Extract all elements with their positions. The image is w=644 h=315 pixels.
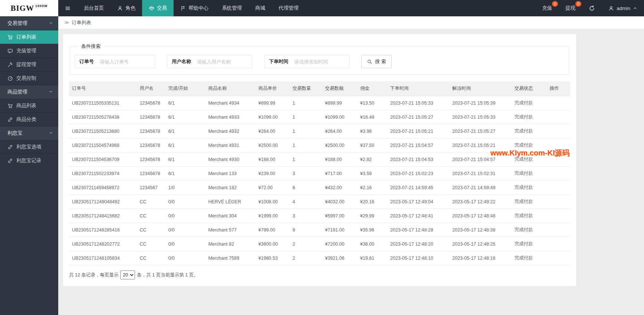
- order-no-input[interactable]: [98, 55, 155, 68]
- table-cell: Merchant 7589: [205, 251, 255, 265]
- table-cell: 2023-07-21 15:05:27: [449, 124, 512, 138]
- table-cell: 完成付款: [512, 96, 547, 110]
- logo-text: BIGW: [10, 4, 34, 13]
- sidebar-item-商品分类[interactable]: 商品分类: [0, 112, 58, 126]
- table-cell: 1: [289, 152, 322, 167]
- order-time-label: 下单时间: [264, 58, 293, 65]
- sidebar-item-提现管理[interactable]: 提现管理: [0, 58, 58, 71]
- cart-icon: [7, 35, 13, 40]
- table-row: UB230721145945897212345671/0Merchant 182…: [69, 181, 570, 195]
- table-cell: 2023-07-21 15:05:27: [387, 110, 450, 124]
- person-icon: [608, 6, 614, 11]
- sidebar-item-label: 商品分类: [16, 116, 36, 123]
- table-cell: Merchant 4931: [205, 138, 255, 152]
- table-cell: CC: [137, 237, 165, 251]
- sidebar-group-交易管理[interactable]: 交易管理: [0, 16, 58, 30]
- table-cell: 完成付款: [512, 237, 547, 251]
- table-cell: 完成付款: [512, 251, 547, 265]
- orders-table-head: 订单号用户名完成/开始商品名称商品单价交易数量交易数额佣金下单时间解冻时间交易状…: [69, 81, 570, 96]
- table-cell: ¥3921.06: [322, 251, 357, 265]
- sidebar-item-利息宝记录[interactable]: 利息宝记录: [0, 154, 58, 167]
- per-page-select[interactable]: 20: [120, 270, 135, 279]
- topnav-item-home[interactable]: 后台首页: [77, 0, 111, 16]
- column-header: 商品名称: [205, 81, 255, 96]
- sidebar-group-利息宝[interactable]: 利息宝: [0, 126, 58, 140]
- table-cell: UB2305171248105834: [69, 251, 137, 265]
- topnav-item-agent[interactable]: 代理管理: [272, 0, 305, 16]
- table-cell: ¥3600.00: [256, 237, 290, 251]
- admin-menu[interactable]: admin: [602, 0, 644, 16]
- table-cell: ¥1960.53: [256, 251, 290, 265]
- withdraw-badge: 0: [575, 1, 581, 7]
- table-cell: 1: [289, 138, 322, 152]
- table-cell: 1: [289, 124, 322, 138]
- table-cell: 2023-07-21 15:05:33: [387, 96, 450, 110]
- chevron-down-icon: [49, 21, 53, 25]
- flag-icon: [180, 6, 186, 11]
- search-button-label: 搜 索: [375, 58, 386, 65]
- pagination: 共 12 条记录，每页显示 20 条，共 1 页当前显示第 1 页。: [69, 270, 570, 279]
- table-cell: ¥2500.00: [256, 138, 290, 152]
- table-cell: UB2307211505335131: [69, 96, 137, 110]
- recharge-badge: 0: [552, 1, 558, 7]
- sidebar-item-label: 交易控制: [16, 75, 36, 82]
- sidebar-group-商品管理[interactable]: 商品管理: [0, 85, 58, 99]
- sidebar-item-商品列表[interactable]: 商品列表: [0, 99, 58, 112]
- table-cell: [546, 96, 570, 110]
- topnav-item-mall[interactable]: 商城: [249, 0, 272, 16]
- table-cell: Merchant 4933: [205, 110, 255, 124]
- sidebar-item-订单列表[interactable]: 订单列表: [0, 30, 58, 44]
- table-cell: 3: [289, 167, 322, 181]
- menu-toggle[interactable]: [58, 0, 77, 16]
- table-cell: [546, 237, 570, 251]
- orders-table: 订单号用户名完成/开始商品名称商品单价交易数量交易数额佣金下单时间解冻时间交易状…: [69, 81, 570, 265]
- table-cell: 0/0: [165, 237, 205, 251]
- refresh-button[interactable]: [582, 0, 602, 16]
- table-cell: 2023-07-21 15:05:21: [449, 138, 512, 152]
- sidebar-item-充值管理[interactable]: 充值管理: [0, 44, 58, 58]
- sidebar-item-交易控制[interactable]: 交易控制: [0, 71, 58, 85]
- column-header: 交易状态: [512, 81, 547, 96]
- table-cell: ¥36.00: [357, 237, 387, 251]
- table-cell: 完成付款: [512, 209, 547, 223]
- search-button[interactable]: 搜 索: [361, 55, 392, 68]
- table-row: UB2307211505335131123456786/1Merchant 49…: [69, 96, 570, 110]
- table-cell: ¥3.96: [357, 124, 387, 138]
- table-cell: UB2305171248415682: [69, 209, 137, 223]
- topnav-item-roles[interactable]: 角色: [111, 0, 142, 16]
- link-icon: [7, 117, 13, 122]
- withdraw-button[interactable]: 提现0: [559, 0, 582, 16]
- table-cell: ¥16.49: [357, 110, 387, 124]
- table-cell: ¥432.00: [322, 181, 357, 195]
- topnav-item-help[interactable]: 帮助中心: [174, 0, 215, 16]
- table-cell: 完成付款: [512, 181, 547, 195]
- table-cell: 6/1: [165, 96, 205, 110]
- table-cell: ¥899.99: [256, 96, 290, 110]
- table-cell: ¥1008.00: [256, 195, 290, 209]
- topnav-item-trade[interactable]: 交易: [142, 0, 174, 16]
- order-time-input[interactable]: [293, 55, 349, 68]
- table-cell: 2023-07-21 15:04:57: [449, 152, 512, 167]
- table-cell: 2: [289, 237, 322, 251]
- username-input[interactable]: [196, 55, 252, 68]
- table-cell: ¥29.99: [357, 209, 387, 223]
- column-header: 交易数额: [322, 81, 357, 96]
- table-cell: 1: [289, 96, 322, 110]
- table-row: UB2307211505278438123456786/1Merchant 49…: [69, 110, 570, 124]
- table-cell: [546, 195, 570, 209]
- table-cell: Merchant 4934: [205, 96, 255, 110]
- table-cell: 2023-07-21 15:02:31: [449, 167, 512, 181]
- search-row: 订单号用户名称下单时间搜 索: [75, 55, 565, 68]
- column-header: 订单号: [69, 81, 137, 96]
- layout: 交易管理订单列表充值管理提现管理交易控制商品管理商品列表商品分类利息宝利息宝选项…: [0, 16, 644, 315]
- topnav-item-label: 系统管理: [222, 5, 242, 12]
- recharge-button[interactable]: 充值0: [535, 0, 559, 16]
- chevron-up-icon: [633, 6, 637, 10]
- table-cell: ¥7191.00: [322, 223, 357, 237]
- topbar: BIGW1000W 后台首页角色交易帮助中心系统管理商城代理管理充值0提现0ad…: [0, 0, 644, 16]
- hamburger-icon: [65, 6, 70, 11]
- topnav-item-system[interactable]: 系统管理: [215, 0, 249, 16]
- table-cell: 6/1: [165, 110, 205, 124]
- sidebar-item-利息宝选项[interactable]: 利息宝选项: [0, 140, 58, 154]
- table-cell: 完成付款: [512, 167, 547, 181]
